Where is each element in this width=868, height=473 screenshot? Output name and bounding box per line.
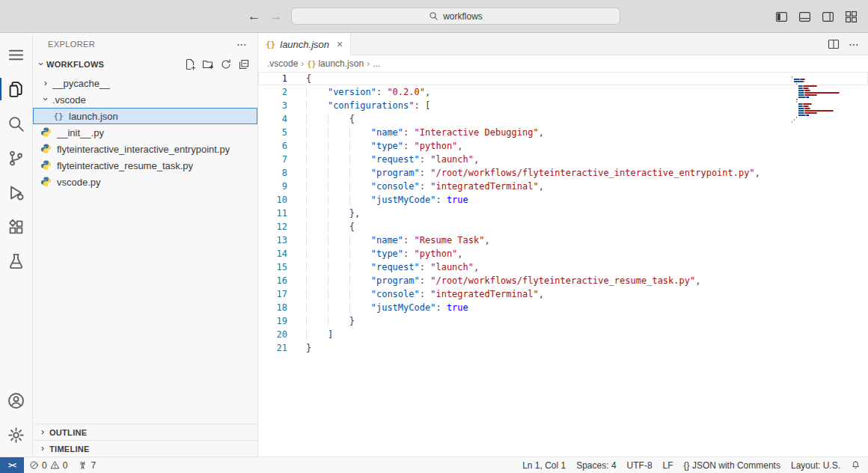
chevron-right-icon: › [40,77,51,88]
minimap[interactable] [792,76,861,123]
line-number: 13 [258,234,306,247]
menu-icon[interactable] [0,37,33,72]
account-icon[interactable] [0,383,33,418]
indent-guide [328,127,349,138]
status-eol[interactable]: LF [658,457,679,473]
tab-launch-json[interactable]: {} launch.json × [258,33,351,55]
new-file-icon[interactable] [184,58,196,70]
token: } [306,343,311,353]
explorer-icon[interactable] [0,72,33,106]
nav-back-icon[interactable]: ← [248,10,260,22]
status-cursor-position[interactable]: Ln 1, Col 1 [517,457,571,473]
ports-indicator[interactable]: 7 [73,457,101,473]
settings-gear-icon[interactable] [0,418,33,452]
indent-guide [349,235,371,245]
remote-indicator[interactable]: >< [0,457,24,473]
tab-close-icon[interactable]: × [337,38,343,50]
breadcrumb-item[interactable]: {}launch.json [307,58,364,69]
tree-item-flyteinteractive_resume_task.py[interactable]: flyteinteractive_resume_task.py [33,157,257,174]
command-center-text: workflows [443,11,483,22]
line-number: 20 [258,328,306,341]
tree-item-__pycache__[interactable]: ›__pycache__ [33,75,257,91]
indent-guide [306,100,328,111]
indent-guide [306,127,328,138]
indent-guide [328,275,349,286]
indent-guide [349,289,371,299]
line-content: "justMyCode": true [306,193,468,207]
notifications-bell[interactable] [846,457,868,473]
workflows-section-header[interactable]: › WORKFLOWS [33,55,257,73]
extensions-icon[interactable] [0,210,33,244]
line-content: } [306,314,355,328]
breadcrumb-label: ... [373,58,380,69]
indent-guide [328,114,349,124]
tree-item-label: .vscode [52,94,86,106]
indent-guide [306,275,328,286]
toggle-secondary-sidebar-icon[interactable] [822,10,834,23]
line-content: "configurations": [ [306,99,430,112]
status-language-mode[interactable]: {} JSON with Comments [679,457,786,473]
tree-item-label: flyteinteractive_resume_task.py [57,160,193,171]
token: "launch" [430,262,474,272]
code-line-19: 19 } [258,314,868,328]
indent-guide [328,235,349,245]
tree-item-__init__.py[interactable]: __init__.py [33,124,257,141]
indent-guide [328,168,349,178]
source-control-icon[interactable] [0,141,33,175]
outline-section[interactable]: › OUTLINE [33,424,257,440]
json-icon: {} [266,40,275,49]
refresh-icon[interactable] [220,58,232,70]
tree-item-flyteinteractive_interactive_entrypoint.py[interactable]: flyteinteractive_interactive_entrypoint.… [33,141,257,157]
token: "launch" [430,154,474,165]
token: ] [328,329,333,340]
indent-guide [306,222,328,232]
code-line-7: 7 "request": "launch", [258,153,868,166]
chevron-right-icon: › [37,442,48,454]
token: "integratedTerminal" [430,181,539,192]
timeline-section[interactable]: › TIMELINE [33,440,257,457]
status-keyboard-layout[interactable]: Layout: U.S. [786,457,846,473]
minimap-line [792,121,861,123]
explorer-more-actions-icon[interactable]: ⋯ [236,38,247,50]
indent-guide [306,262,328,272]
split-editor-icon[interactable] [828,38,840,50]
indent-guide [328,302,349,313]
toggle-primary-sidebar-icon[interactable] [775,10,788,23]
indent-guide [349,181,371,192]
status-encoding[interactable]: UTF-8 [622,457,658,473]
toggle-panel-icon[interactable] [798,10,811,23]
token: : [435,195,446,205]
command-center-search[interactable]: workflows [291,7,620,25]
code-line-13: 13 "name": "Resume Task", [258,234,868,247]
python-file-icon [40,143,52,155]
tree-item-.vscode[interactable]: ›.vscode [33,91,257,108]
customize-layout-icon[interactable] [845,10,858,23]
search-sidebar-icon[interactable] [0,106,33,141]
breadcrumb-item[interactable]: .vscode [267,58,298,69]
editor-more-actions-icon[interactable]: ⋯ [849,38,859,50]
code-line-11: 11 }, [258,207,868,220]
line-content: }, [306,207,360,220]
code-editor[interactable]: 1{2 "version": "0.2.0",3 "configurations… [258,72,868,457]
problems-indicator[interactable]: 0 0 [24,457,73,473]
token: : [403,141,414,151]
indent-guide [349,168,371,178]
new-folder-icon[interactable] [202,58,214,70]
tree-item-vscode.py[interactable]: vscode.py [33,174,257,190]
tree-item-launch.json[interactable]: {}launch.json [33,108,257,124]
line-number: 12 [258,220,306,234]
token: "console" [371,289,420,299]
nav-forward-icon[interactable]: → [269,10,282,22]
token: "version" [328,87,376,97]
minimap-line [792,106,861,107]
token: , [539,181,544,192]
run-debug-icon[interactable] [0,175,33,210]
status-indentation[interactable]: Spaces: 4 [571,457,621,473]
breadcrumb-item[interactable]: ... [373,58,380,69]
code-line-2: 2 "version": "0.2.0", [258,85,868,99]
line-content: "program": "/root/workflows/flyteinterac… [306,166,760,180]
line-number: 16 [258,274,306,287]
collapse-all-icon[interactable] [238,58,250,70]
testing-icon[interactable] [0,244,33,278]
line-number: 5 [258,126,306,139]
